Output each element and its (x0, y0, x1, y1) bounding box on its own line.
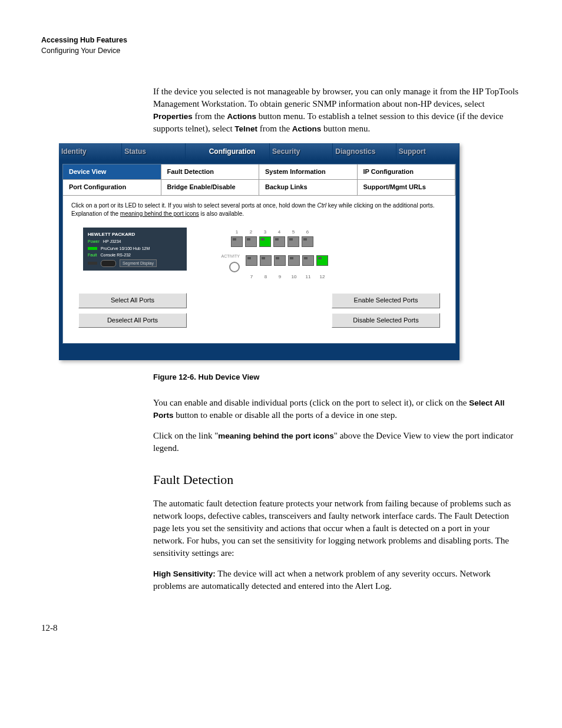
port-action-buttons: Select All Ports Deselect All Ports Enab… (71, 293, 447, 328)
activity-led-icon (229, 262, 240, 272)
port-3[interactable] (259, 236, 271, 247)
page-number: 12-8 (41, 622, 521, 634)
fault-detection-para-2: High Sensitivity: The device will act wh… (153, 568, 521, 592)
port-6[interactable] (302, 236, 313, 247)
device-faceplate: HEWLETT PACKARD Power HP J3234 ProCurve … (83, 228, 187, 271)
window-bottom-border (59, 347, 459, 360)
tab-identity[interactable]: Identity (59, 143, 122, 160)
device-view-screenshot: Identity Status Configuration Security D… (59, 143, 459, 360)
enable-selected-ports-button[interactable]: Enable Selected Ports (332, 293, 440, 308)
chapter-title: Accessing Hub Features (41, 35, 521, 46)
subtab-system-information[interactable]: System Information (259, 164, 358, 180)
device-view-content: Click on a port or its LED to select it.… (63, 196, 455, 343)
actions-bold-1: Actions (227, 112, 257, 121)
power-led (88, 247, 97, 250)
port-4[interactable] (273, 236, 285, 247)
subtab-port-configuration[interactable]: Port Configuration (63, 180, 161, 195)
tab-status[interactable]: Status (122, 143, 185, 160)
deselect-all-ports-button[interactable]: Deselect All Ports (78, 313, 187, 328)
properties-bold: Properties (153, 112, 193, 121)
port-5[interactable] (287, 236, 299, 247)
high-sensitivity-label: High Sensitivity: (153, 569, 216, 578)
select-all-ports-button[interactable]: Select All Ports (78, 293, 187, 308)
chapter-subtitle: Configuring Your Device (41, 46, 521, 57)
tab-support[interactable]: Support (396, 143, 459, 160)
meaning-behind-port-icons-link[interactable]: meaning behind the port icons (120, 210, 199, 217)
activity-label: ACTIVITY (221, 254, 240, 258)
device-model: HP J3234 (103, 239, 121, 245)
actions-bold-2: Actions (292, 124, 322, 133)
device-product: ProCurve 10/100 Hub 12M (101, 246, 150, 252)
chapter-header: Accessing Hub Features Configuring Your … (41, 35, 521, 56)
console-port-icon (101, 260, 116, 267)
console-label: Console RS-232 (101, 252, 131, 258)
subtab-support-mgmt-urls[interactable]: Support/Mgmt URLs (358, 180, 456, 195)
tab-configuration[interactable]: Configuration (186, 143, 270, 160)
disable-selected-ports-button[interactable]: Disable Selected Ports (332, 313, 440, 328)
segment-display: Segment Display (120, 259, 157, 267)
power-label: Power (88, 239, 100, 245)
port-11[interactable] (302, 255, 314, 266)
telnet-bold: Telnet (234, 124, 257, 133)
subtab-ip-configuration[interactable]: IP Configuration (358, 164, 456, 180)
device-visualization: HEWLETT PACKARD Power HP J3234 ProCurve … (83, 228, 447, 282)
tab-diagnostics[interactable]: Diagnostics (333, 143, 396, 160)
port-9[interactable] (274, 255, 286, 266)
subtab-device-view[interactable]: Device View (63, 164, 161, 180)
fault-led (88, 262, 97, 265)
hp-logo: HEWLETT PACKARD (88, 231, 182, 238)
figure-caption: Figure 12-6. Hub Device View (153, 372, 521, 383)
meaning-behind-port-icons-bold: meaning behind the port icons (218, 431, 334, 440)
fault-detection-heading: Fault Detection (153, 471, 521, 489)
port-12[interactable] (316, 255, 328, 266)
fault-label: Fault (88, 252, 97, 258)
port-7[interactable] (246, 255, 257, 266)
fault-detection-para-1: The automatic fault detection feature pr… (153, 498, 521, 559)
subtab-bridge-enable-disable[interactable]: Bridge Enable/Disable (161, 180, 260, 195)
tab-security[interactable]: Security (270, 143, 333, 160)
port-2[interactable] (245, 236, 257, 247)
after-figure-para-2: Click on the link "meaning behind the po… (153, 430, 521, 454)
after-figure-para-1: You can enable and disable individual po… (153, 397, 521, 421)
main-tab-bar: Identity Status Configuration Security D… (59, 143, 459, 160)
port-1[interactable] (231, 236, 243, 247)
port-10[interactable] (288, 255, 300, 266)
sub-tab-bar: Device View Fault Detection System Infor… (63, 164, 455, 196)
sub-panel: Device View Fault Detection System Infor… (62, 164, 456, 344)
port-instruction-text: Click on a port or its LED to select it.… (71, 202, 447, 218)
subtab-backup-links[interactable]: Backup Links (259, 180, 358, 195)
subtab-fault-detection[interactable]: Fault Detection (161, 164, 260, 180)
port-8[interactable] (260, 255, 272, 266)
intro-paragraph: If the device you selected is not manage… (153, 85, 521, 135)
ports-block: 1 2 3 4 5 6 (216, 228, 328, 282)
